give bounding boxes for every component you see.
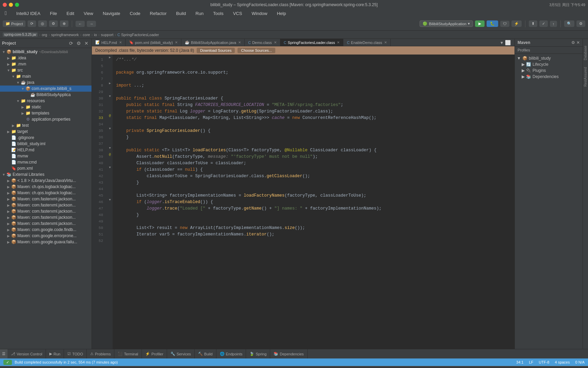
minimize-button[interactable]: [9, 3, 13, 7]
menu-view[interactable]: View: [82, 11, 95, 16]
commit-button[interactable]: ✓: [539, 20, 548, 27]
menu-file[interactable]: File: [48, 11, 59, 16]
tree-item-jdk[interactable]: ▶ 📦 < 1.8 > /Library/Java/JavaVirtu...: [0, 178, 92, 184]
settings-button[interactable]: ⚙: [49, 20, 58, 27]
tree-item-idea[interactable]: ▶ 📁 .idea: [0, 55, 92, 61]
database-label[interactable]: Database: [584, 46, 587, 60]
tree-item-google2[interactable]: ▶ 📦 Maven: com.google.errorprone...: [0, 233, 92, 239]
tree-item-gitignore[interactable]: 📄 .gitignore: [0, 135, 92, 141]
push-button[interactable]: ↑: [550, 21, 557, 27]
tab-close[interactable]: ✕: [274, 41, 277, 44]
tree-item-help[interactable]: 📝 HELP.md: [0, 147, 92, 153]
left-panel-btn[interactable]: ☰: [0, 349, 7, 358]
menu-refactor[interactable]: Refactor: [148, 11, 168, 16]
tree-item-google1[interactable]: ▶ 📦 Maven: com.google.code.findb...: [0, 227, 92, 233]
debug-button[interactable]: 🐛: [487, 20, 498, 27]
back-button[interactable]: ←: [76, 21, 85, 27]
maximize-button[interactable]: [15, 3, 19, 7]
coverage-button[interactable]: 🛡: [500, 21, 509, 27]
breadcrumb-io[interactable]: io: [94, 33, 97, 37]
search-everywhere-button[interactable]: 🔍: [564, 20, 574, 27]
breadcrumb-classname[interactable]: CSpringFactoriesLoader: [117, 33, 159, 37]
code-content[interactable]: /**...*/ package org.springframework.cor…: [113, 55, 514, 349]
tab-close[interactable]: ✕: [337, 41, 340, 44]
tab-close[interactable]: ✕: [119, 41, 122, 44]
run-button[interactable]: ▶: [475, 20, 485, 27]
tab-endpoints[interactable]: 🌐 Endpoints: [216, 349, 246, 358]
profile-button[interactable]: ⚡: [511, 20, 522, 27]
tree-item-src[interactable]: ▼ 📁 src: [0, 67, 92, 73]
tab-run[interactable]: ▶ Run: [46, 349, 64, 358]
tree-item-static[interactable]: ▶ 📁 static: [0, 104, 92, 110]
tab-terminal[interactable]: ⬛ Terminal: [114, 349, 142, 358]
fold-icon[interactable]: ▶: [109, 81, 111, 86]
apple-menu[interactable]: : [3, 10, 9, 16]
tab-profiler[interactable]: ⚡ Profiler: [142, 349, 167, 358]
tab-version-control[interactable]: ⎇ Version Control: [7, 349, 46, 358]
locate-button[interactable]: ◎: [38, 20, 47, 27]
tree-item-templates[interactable]: ▶ 📁 templates: [0, 110, 92, 116]
menu-build[interactable]: Build: [174, 11, 188, 16]
tree-item-jackson4[interactable]: ▶ 📦 Maven: com.fasterxml.jackson...: [0, 214, 92, 220]
tree-item-logback1[interactable]: ▶ 📦 Maven: ch.qos.logback:logbac...: [0, 184, 92, 190]
run-config-selector[interactable]: 🟢 BilibiliStudyApplication ▾: [420, 20, 473, 27]
tab-pom[interactable]: 🔖 pom.xml (bilibili_study) ✕: [126, 39, 181, 46]
tree-item-mvnw[interactable]: 📄 mvnw: [0, 153, 92, 159]
code-editor[interactable]: 1 5 6 7 8 29 30 31 32 33 34 35 36 37 38 …: [92, 55, 514, 349]
download-sources-button[interactable]: Download Sources: [197, 48, 235, 53]
split-btn[interactable]: ⬜: [504, 40, 512, 46]
maven-item-lifecycle[interactable]: ▶ 🔄 Lifecycle: [515, 61, 583, 67]
sidebar-settings-btn[interactable]: ⚙: [76, 40, 82, 46]
tree-item-jackson1[interactable]: ▶ 📦 Maven: com.fasterxml.jackson...: [0, 196, 92, 202]
maven-item-deps[interactable]: ▶ 📚 Dependencies: [515, 74, 583, 80]
maven-settings-btn[interactable]: ⚙: [571, 40, 575, 45]
tree-item-app[interactable]: ☕ BilibiliStudyApplica: [0, 92, 92, 98]
run-config-dropdown[interactable]: ▾: [468, 21, 470, 26]
tab-services[interactable]: 🔧 Services: [167, 349, 195, 358]
menu-vcs[interactable]: VCS: [231, 11, 244, 16]
tree-item-jackson3[interactable]: ▶ 📦 Maven: com.fasterxml.jackson...: [0, 208, 92, 214]
settings2-button[interactable]: ⚙: [576, 20, 585, 27]
sidebar-sync-btn[interactable]: ⟳: [68, 40, 74, 46]
update-button[interactable]: ⬆: [529, 20, 537, 27]
tree-item-package[interactable]: ▼ 📦 com.example.bilibili_s: [0, 86, 92, 92]
tab-close[interactable]: ✕: [175, 41, 178, 44]
tree-item-root[interactable]: ▼ 📦 bilibili_study ~/Downloads/bilibili: [0, 49, 92, 55]
tree-item-test[interactable]: ▶ 📁 test: [0, 122, 92, 128]
tab-enabledemo[interactable]: C EnableDemo.class ✕: [343, 39, 391, 46]
expand-button[interactable]: ⊕: [60, 20, 68, 27]
status-encoding[interactable]: UTF-8: [539, 360, 549, 364]
maven-close-btn[interactable]: ✕: [576, 40, 580, 45]
tree-item-extlibs[interactable]: ▼ 📚 External Libraries: [0, 171, 92, 178]
sync-button[interactable]: ⟳: [28, 20, 36, 27]
breadcrumb-springframework[interactable]: springframework: [51, 33, 79, 37]
menu-intellij[interactable]: IntelliJ IDEA: [14, 11, 43, 16]
tab-todo[interactable]: ☑ TODO: [64, 349, 87, 358]
tree-item-resources[interactable]: ▼ 📁 resources: [0, 98, 92, 104]
tree-item-mvnwcmd[interactable]: 📄 mvnw.cmd: [0, 159, 92, 165]
fold-icon[interactable]: ▶: [109, 56, 111, 60]
fold-icon[interactable]: ▼: [109, 198, 111, 203]
tree-item-jackson2[interactable]: ▶ 📦 Maven: com.fasterxml.jackson...: [0, 202, 92, 208]
menu-navigate[interactable]: Navigate: [101, 11, 122, 16]
tab-dependencies[interactable]: 📚 Dependencies: [270, 349, 307, 358]
fold-icon[interactable]: ▼: [109, 127, 111, 132]
tree-item-pom[interactable]: 🔖 pom.xml: [0, 165, 92, 171]
menu-edit[interactable]: Edit: [65, 11, 76, 16]
fold-icon[interactable]: ▼: [109, 94, 111, 99]
tree-item-logback2[interactable]: ▶ 📦 Maven: ch.qos.logback:logbac...: [0, 190, 92, 196]
choose-sources-button[interactable]: Choose Sources...: [238, 48, 275, 53]
tab-menu-btn[interactable]: ▾: [500, 40, 504, 46]
breadcrumb-org[interactable]: org: [42, 33, 47, 37]
menu-help[interactable]: Help: [275, 11, 288, 16]
close-button[interactable]: [3, 3, 7, 7]
tree-item-guava[interactable]: ▶ 📦 Maven: com.google.guava:failu...: [0, 239, 92, 245]
status-indent[interactable]: 4 spaces: [555, 360, 570, 364]
menu-window[interactable]: Window: [249, 11, 269, 16]
fold-icon[interactable]: ▼: [109, 166, 111, 170]
sidebar-close-btn[interactable]: ✕: [83, 40, 89, 46]
tab-springfactories[interactable]: C SpringFactoriesLoader.class ✕: [280, 39, 344, 46]
tree-item-iml[interactable]: 📄 bilibili_study.iml: [0, 141, 92, 147]
tab-problems[interactable]: ⚠ Problems: [87, 349, 114, 358]
project-button[interactable]: 📁 Project: [3, 20, 26, 27]
